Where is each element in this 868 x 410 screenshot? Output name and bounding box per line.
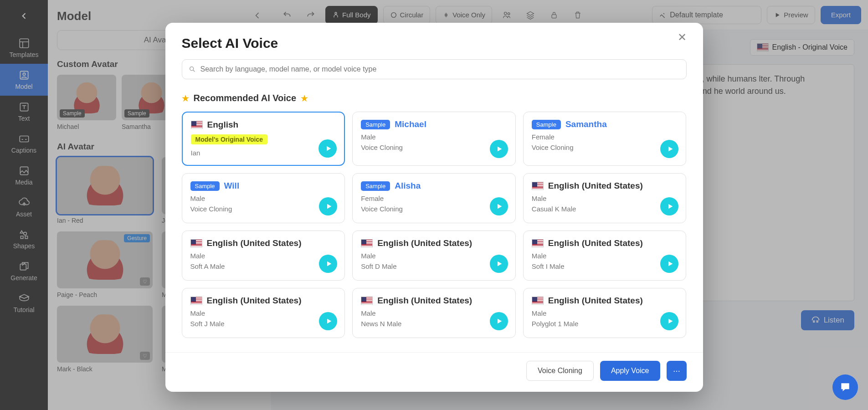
star-icon: ★ xyxy=(301,93,308,103)
voice-type: Voice Cloning xyxy=(532,143,678,152)
voice-gender: Male xyxy=(190,251,337,261)
voice-type: Polyglot 1 Male xyxy=(532,319,678,328)
voice-card[interactable]: English (United States)MaleSoft A Male xyxy=(182,231,345,281)
voice-card[interactable]: English (United States)MalePolyglot 1 Ma… xyxy=(523,288,687,338)
more-options-button[interactable]: ⋯ xyxy=(667,361,687,381)
voice-gender: Male xyxy=(361,308,507,318)
voice-type: Soft J Male xyxy=(190,319,337,328)
play-button[interactable] xyxy=(319,255,337,273)
voice-name: English (United States) xyxy=(207,238,302,248)
voice-gender: Male xyxy=(190,194,337,203)
voice-name: Samantha xyxy=(565,119,607,129)
voice-type: News N Male xyxy=(361,319,507,328)
sample-badge: Sample xyxy=(190,181,220,191)
play-button[interactable] xyxy=(660,140,678,158)
apply-voice-button[interactable]: Apply Voice xyxy=(600,361,660,381)
play-button[interactable] xyxy=(319,197,337,215)
svg-point-12 xyxy=(190,67,193,71)
select-voice-modal: Select AI Voice ✕ ★ Recommended AI Voice… xyxy=(165,23,703,392)
play-button[interactable] xyxy=(660,197,678,215)
flag-icon xyxy=(190,297,202,305)
modal-title: Select AI Voice xyxy=(182,36,278,51)
flag-icon xyxy=(361,239,373,247)
voice-card[interactable]: SampleSamanthaFemaleVoice Cloning xyxy=(523,112,687,166)
voice-cloning-button[interactable]: Voice Cloning xyxy=(526,361,594,381)
sample-badge: Sample xyxy=(532,120,561,129)
voice-card[interactable]: SampleMichaelMaleVoice Cloning xyxy=(352,112,516,166)
sample-badge: Sample xyxy=(361,120,390,129)
sample-badge: Sample xyxy=(361,181,390,191)
voice-card[interactable]: SampleAlishaFemaleVoice Cloning xyxy=(352,173,516,223)
search-icon xyxy=(189,66,196,73)
voice-gender: Male xyxy=(532,308,678,318)
voice-gender: Male xyxy=(361,251,507,261)
voice-type: Casual K Male xyxy=(532,204,678,214)
voice-card[interactable]: English (United States)MaleSoft J Male xyxy=(182,288,345,338)
voice-name: English (United States) xyxy=(207,296,302,306)
play-button[interactable] xyxy=(318,139,337,158)
flag-icon xyxy=(190,239,202,247)
voice-name: Alisha xyxy=(395,181,421,191)
original-voice-badge: Model's Original Voice xyxy=(191,134,268,144)
voice-type: Ian xyxy=(191,148,336,158)
search-box[interactable] xyxy=(182,59,687,79)
voice-type: Voice Cloning xyxy=(361,204,507,214)
play-button[interactable] xyxy=(660,255,678,273)
voice-type: Voice Cloning xyxy=(190,204,337,214)
voice-card[interactable]: English (United States)MaleSoft I Male xyxy=(523,231,687,281)
close-button[interactable]: ✕ xyxy=(678,31,687,44)
voice-name: English (United States) xyxy=(377,296,472,306)
voice-type: Soft A Male xyxy=(190,261,337,271)
voice-card[interactable]: English (United States)MaleNews N Male xyxy=(352,288,516,338)
voice-gender: Male xyxy=(532,251,678,261)
voice-card[interactable]: English (United States)MaleCasual K Male xyxy=(523,173,687,223)
voice-name: English (United States) xyxy=(548,181,643,191)
play-button[interactable] xyxy=(660,312,678,330)
voice-name: English xyxy=(207,120,239,130)
voice-gender: Female xyxy=(361,194,507,203)
voice-name: Will xyxy=(224,181,240,191)
voice-gender: Male xyxy=(190,308,337,318)
flag-icon xyxy=(191,121,203,129)
label: Recommended AI Voice xyxy=(194,93,297,103)
voice-type: Soft I Male xyxy=(532,261,678,271)
voice-name: English (United States) xyxy=(548,296,643,306)
voice-type: Voice Cloning xyxy=(361,143,507,152)
voice-gender: Male xyxy=(361,132,507,142)
flag-icon xyxy=(532,239,544,247)
recommended-heading: ★ Recommended AI Voice ★ xyxy=(182,93,687,103)
voice-card[interactable]: EnglishModel's Original VoiceIan xyxy=(182,112,345,166)
voice-gender: Male xyxy=(532,194,678,203)
search-input[interactable] xyxy=(200,65,680,73)
voice-name: English (United States) xyxy=(548,238,643,248)
help-chat-button[interactable] xyxy=(832,374,858,400)
flag-icon xyxy=(361,297,373,305)
flag-icon xyxy=(532,182,544,190)
voice-name: English (United States) xyxy=(377,238,472,248)
flag-icon xyxy=(532,297,544,305)
voice-type: Soft D Male xyxy=(361,261,507,271)
play-button[interactable] xyxy=(319,312,337,330)
voice-name: Michael xyxy=(395,119,426,129)
voice-gender: Female xyxy=(532,132,678,142)
voice-card[interactable]: SampleWillMaleVoice Cloning xyxy=(182,173,345,223)
star-icon: ★ xyxy=(182,93,189,103)
play-button[interactable] xyxy=(490,140,508,158)
voice-card[interactable]: English (United States)MaleSoft D Male xyxy=(352,231,516,281)
